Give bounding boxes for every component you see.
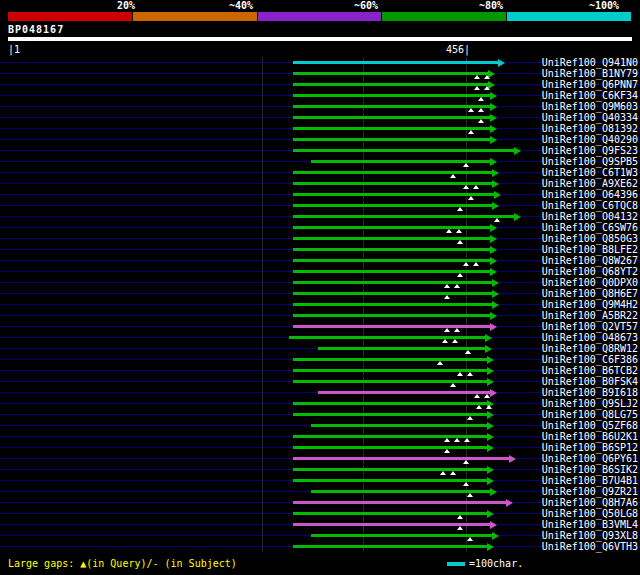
alignment-bar[interactable] [293,446,487,449]
alignment-bar-arrowhead [490,125,497,133]
alignment-label[interactable]: UniRef100_O04132 [542,211,638,222]
alignment-bar[interactable] [293,314,490,317]
alignment-bar[interactable] [293,105,490,108]
alignment-bar[interactable] [293,127,490,130]
alignment-bar-arrowhead [492,180,499,188]
alignment-bar-arrowhead [490,136,497,144]
alignment-row: UniRef100_Q93XL8 [0,530,640,541]
alignment-label[interactable]: UniRef100_Q40334 [542,112,638,123]
alignment-label[interactable]: UniRef100_Q850G3 [542,233,638,244]
alignment-row: UniRef100_O48673 [0,332,640,343]
alignment-label[interactable]: UniRef100_B6SP12 [542,442,638,453]
alignment-bar[interactable] [293,83,488,86]
alignment-label[interactable]: UniRef100_C6F386 [542,354,638,365]
alignment-row: UniRef100_O81392 [0,123,640,134]
alignment-bar[interactable] [293,149,514,152]
alignment-bar-arrowhead [514,213,521,221]
alignment-label[interactable]: UniRef100_B1NY79 [542,68,638,79]
alignment-label[interactable]: UniRef100_Q8RW12 [542,343,638,354]
alignment-label[interactable]: UniRef100_B3VML4 [542,519,638,530]
alignment-label[interactable]: UniRef100_A5BR22 [542,310,638,321]
alignment-label[interactable]: UniRef100_Q6VTH3 [542,541,638,552]
alignment-label[interactable]: UniRef100_Q6PNN7 [542,79,638,90]
alignment-bar-arrowhead [490,224,497,232]
alignment-label[interactable]: UniRef100_B7U4B1 [542,475,638,486]
alignment-label[interactable]: UniRef100_Q8LG75 [542,409,638,420]
alignment-bar[interactable] [311,424,487,427]
alignment-label[interactable]: UniRef100_O64396 [542,189,638,200]
alignment-bar[interactable] [318,391,490,394]
alignment-label[interactable]: UniRef100_B0FSK4 [542,376,638,387]
alignment-label[interactable]: UniRef100_Q2VT57 [542,321,638,332]
alignment-bar[interactable] [293,479,487,482]
alignment-bar-arrowhead [487,444,494,452]
alignment-row: UniRef100_C6SW76 [0,222,640,233]
alignment-label[interactable]: UniRef100_Q9SLJ2 [542,398,638,409]
alignment-bar[interactable] [293,248,490,251]
alignment-row: UniRef100_C6KF34 [0,90,640,101]
blast-graphic-overview: 20%~40%~60%~80%~100% BP048167 |1 456| Un… [0,0,640,575]
alignment-bar[interactable] [293,61,498,64]
alignment-bar[interactable] [311,490,490,493]
alignment-label[interactable]: UniRef100_C6SW76 [542,222,638,233]
alignment-rows: UniRef100_Q941N0UniRef100_B1NY79UniRef10… [0,57,640,552]
alignment-label[interactable]: UniRef100_Q0DPX0 [542,277,638,288]
alignment-bar[interactable] [293,325,490,328]
alignment-label[interactable]: UniRef100_Q9ZR21 [542,486,638,497]
alignment-bar[interactable] [293,292,492,295]
alignment-label[interactable]: UniRef100_C6KF34 [542,90,638,101]
alignment-label[interactable]: UniRef100_Q8W267 [542,255,638,266]
alignment-label[interactable]: UniRef100_A9XE62 [542,178,638,189]
alignment-bar[interactable] [293,171,492,174]
alignment-label[interactable]: UniRef100_Q6PY61 [542,453,638,464]
alignment-bar[interactable] [293,380,487,383]
alignment-label[interactable]: UniRef100_C6T1W3 [542,167,638,178]
alignment-bar[interactable] [318,347,485,350]
alignment-label[interactable]: UniRef100_Q8H6E7 [542,288,638,299]
alignment-label[interactable]: UniRef100_B9I618 [542,387,638,398]
alignment-bar[interactable] [293,72,488,75]
alignment-label[interactable]: UniRef100_Q9SPB5 [542,156,638,167]
alignment-bar[interactable] [293,457,509,460]
alignment-label[interactable]: UniRef100_Q50LG8 [542,508,638,519]
alignment-label[interactable]: UniRef100_Q9M603 [542,101,638,112]
alignment-label[interactable]: UniRef100_Q9M4H2 [542,299,638,310]
alignment-bar-arrowhead [506,499,513,507]
alignment-bar[interactable] [293,259,490,262]
alignment-bar[interactable] [293,94,490,97]
alignment-bar[interactable] [293,281,492,284]
alignment-bar-arrowhead [487,411,494,419]
alignment-bar[interactable] [293,358,487,361]
alignment-label[interactable]: UniRef100_B6U2K1 [542,431,638,442]
alignment-bar[interactable] [293,402,487,405]
alignment-label[interactable]: UniRef100_Q40290 [542,134,638,145]
alignment-label[interactable]: UniRef100_B6SIK2 [542,464,638,475]
alignment-bar-arrowhead [485,334,492,342]
alignment-bar[interactable] [293,501,506,504]
alignment-label[interactable]: UniRef100_B8LFE2 [542,244,638,255]
alignment-bar[interactable] [293,468,487,471]
alignment-label[interactable]: UniRef100_Q8H7A6 [542,497,638,508]
alignment-bar[interactable] [311,534,492,537]
alignment-label[interactable]: UniRef100_Q5ZF68 [542,420,638,431]
alignment-label[interactable]: UniRef100_B6TCB2 [542,365,638,376]
alignment-bar[interactable] [293,545,487,548]
alignment-bar[interactable] [293,138,490,141]
alignment-label[interactable]: UniRef100_Q68YT2 [542,266,638,277]
alignment-bar[interactable] [293,215,514,218]
alignment-bar[interactable] [293,193,494,196]
alignment-bar[interactable] [293,413,487,416]
alignment-label[interactable]: UniRef100_Q9FS23 [542,145,638,156]
alignment-label[interactable]: UniRef100_O48673 [542,332,638,343]
identity-key-segment [507,12,631,21]
alignment-row: UniRef100_C6TQC8 [0,200,640,211]
alignment-row: UniRef100_A5BR22 [0,310,640,321]
alignment-row: UniRef100_Q40334 [0,112,640,123]
alignment-row: UniRef100_Q9SPB5 [0,156,640,167]
alignment-label[interactable]: UniRef100_O81392 [542,123,638,134]
alignment-bar[interactable] [293,116,490,119]
alignment-label[interactable]: UniRef100_Q941N0 [542,57,638,68]
alignment-label[interactable]: UniRef100_Q93XL8 [542,530,638,541]
alignment-bar[interactable] [293,303,492,306]
alignment-label[interactable]: UniRef100_C6TQC8 [542,200,638,211]
